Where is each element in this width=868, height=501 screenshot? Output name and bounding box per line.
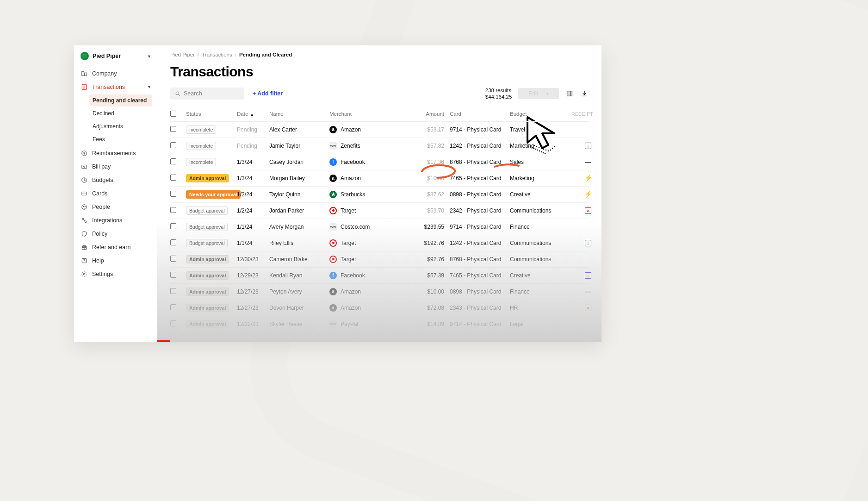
svg-point-21 xyxy=(537,150,539,151)
col-name[interactable]: Name xyxy=(269,111,329,117)
cell-receipt[interactable]: ↓ xyxy=(565,143,593,150)
columns-icon[interactable] xyxy=(565,89,574,98)
svg-point-23 xyxy=(541,151,542,153)
col-card[interactable]: Card xyxy=(450,111,510,117)
table-row[interactable]: Admin approval12/27/23Devon HarperaAmazo… xyxy=(170,300,589,316)
org-switcher[interactable]: Pied Piper ▾ xyxy=(74,50,157,67)
cell-receipt[interactable]: ⚡ xyxy=(565,175,593,182)
sort-asc-icon: ▲ xyxy=(250,112,254,117)
status-badge: Admin approval xyxy=(186,320,229,328)
row-checkbox[interactable] xyxy=(170,126,176,132)
nav-refer-earn[interactable]: Refer and earn xyxy=(74,240,157,254)
svg-point-25 xyxy=(545,153,546,155)
nav-integrations[interactable]: Integrations xyxy=(74,213,157,227)
status-badge: Incomplete xyxy=(186,158,216,166)
merchant-logo-icon: a xyxy=(329,288,337,295)
table-row[interactable]: Admin approval1/3/24Morgan BaileyaAmazon… xyxy=(170,170,589,187)
svg-rect-17 xyxy=(567,91,572,96)
nav-help[interactable]: Help xyxy=(74,254,157,267)
transactions-subnav: Pending and cleared Declined Adjustments… xyxy=(74,94,157,145)
col-merchant[interactable]: Merchant xyxy=(329,111,408,117)
cell-name: Devon Harper xyxy=(269,305,329,311)
add-filter-button[interactable]: + Add filter xyxy=(253,90,283,97)
main-content: Pied Piper / Transactions / Pending and … xyxy=(157,45,601,342)
cell-card: 0898 - Physical Card xyxy=(450,288,510,295)
cell-receipt[interactable]: ✕ xyxy=(565,207,593,214)
row-checkbox[interactable] xyxy=(170,158,176,164)
download-icon[interactable] xyxy=(580,89,589,98)
bill-pay-icon xyxy=(81,163,87,170)
row-checkbox[interactable] xyxy=(170,142,176,148)
table-row[interactable]: Admin approval12/27/23Peyton AveryaAmazo… xyxy=(170,284,589,300)
breadcrumb-org[interactable]: Pied Piper xyxy=(170,52,195,57)
subnav-fees[interactable]: Fees xyxy=(89,133,152,145)
cell-receipt[interactable]: ⚡ xyxy=(565,191,593,198)
cell-merchant: Target xyxy=(329,207,408,214)
cell-name: Alex Carter xyxy=(269,126,329,133)
table-row[interactable]: Needs your approval1/2/24Taylor Quinn★St… xyxy=(170,187,589,203)
col-budget[interactable]: Budget xyxy=(510,111,565,117)
table-row[interactable]: Admin approval12/30/23Cameron BlakeTarge… xyxy=(170,251,589,268)
svg-point-28 xyxy=(539,147,540,148)
cell-merchant: aAmazon xyxy=(329,288,408,295)
row-checkbox[interactable] xyxy=(170,304,176,310)
cell-date: 1/1/24 xyxy=(237,224,269,230)
cell-budget: Creative xyxy=(510,272,565,279)
nav-budgets[interactable]: Budgets xyxy=(74,173,157,187)
select-all-checkbox[interactable] xyxy=(170,111,176,117)
cell-receipt[interactable]: — xyxy=(565,288,593,295)
row-checkbox[interactable] xyxy=(170,191,176,197)
table-row[interactable]: Budget approval1/1/24Avery MorganwwCostc… xyxy=(170,219,589,235)
cell-name: Jamie Taylor xyxy=(269,143,329,149)
cell-date: 1/1/24 xyxy=(237,240,269,246)
row-checkbox[interactable] xyxy=(170,272,176,278)
cell-name: Casey Jordan xyxy=(269,159,329,165)
subnav-adjustments[interactable]: Adjustments xyxy=(89,120,152,132)
col-receipt[interactable]: RECEIPT xyxy=(565,112,593,117)
cell-merchant: fFacebook xyxy=(329,272,408,279)
cell-amount: $192.76 xyxy=(408,240,450,246)
nav-company[interactable]: Company xyxy=(74,67,157,80)
status-badge: Admin approval xyxy=(186,288,229,296)
subnav-declined[interactable]: Declined xyxy=(89,107,152,119)
cell-receipt[interactable]: ↓ xyxy=(565,240,593,247)
cell-receipt[interactable]: ↓ xyxy=(565,272,593,279)
edit-button[interactable]: Edit ▾ xyxy=(518,88,559,99)
row-checkbox[interactable] xyxy=(170,207,176,213)
nav-policy[interactable]: Policy xyxy=(74,227,157,240)
nav-reimbursements[interactable]: Reimbursements xyxy=(74,146,157,160)
row-checkbox[interactable] xyxy=(170,288,176,294)
nav-cards[interactable]: Cards xyxy=(74,187,157,200)
col-status[interactable]: Status xyxy=(186,111,237,117)
cell-budget: Finance xyxy=(510,288,565,295)
cell-name: Avery Morgan xyxy=(269,224,329,230)
table-row[interactable]: Admin approval12/29/23Kendall RyanfFaceb… xyxy=(170,268,589,284)
nav-people[interactable]: People xyxy=(74,200,157,213)
breadcrumb-section[interactable]: Transactions xyxy=(202,52,232,57)
policy-icon xyxy=(81,230,87,237)
table-row[interactable]: Budget approval1/1/24Riley EllisTarget$1… xyxy=(170,235,589,251)
subnav-pending-cleared[interactable]: Pending and cleared xyxy=(89,94,152,106)
row-checkbox[interactable] xyxy=(170,320,176,326)
col-date[interactable]: Date▲ xyxy=(237,111,269,117)
cell-receipt[interactable]: ✕ xyxy=(565,305,593,312)
nav-settings[interactable]: Settings xyxy=(74,267,157,281)
table-row[interactable]: Admin approval12/22/23Skyler ReesewwPayP… xyxy=(170,316,589,332)
cell-receipt[interactable]: — xyxy=(565,159,593,165)
cell-date: 12/29/23 xyxy=(237,272,269,279)
svg-rect-1 xyxy=(84,73,87,75)
nav-transactions[interactable]: Transactions ▾ xyxy=(74,80,157,94)
caret-down-icon: ▾ xyxy=(148,54,150,59)
status-badge: Admin approval xyxy=(186,271,229,280)
col-amount[interactable]: Amount xyxy=(408,111,450,117)
cell-merchant: Target xyxy=(329,239,408,247)
row-checkbox[interactable] xyxy=(170,175,176,181)
table-row[interactable]: Budget approval1/2/24Jordan ParkerTarget… xyxy=(170,203,589,219)
row-checkbox[interactable] xyxy=(170,223,176,229)
row-checkbox[interactable] xyxy=(170,256,176,262)
search-input[interactable]: Search xyxy=(170,88,244,100)
row-checkbox[interactable] xyxy=(170,239,176,245)
cell-amount: $37.62 xyxy=(408,191,450,198)
sidebar: Pied Piper ▾ Company Transactions ▾ Pend… xyxy=(74,45,157,342)
nav-bill-pay[interactable]: Bill pay xyxy=(74,160,157,173)
